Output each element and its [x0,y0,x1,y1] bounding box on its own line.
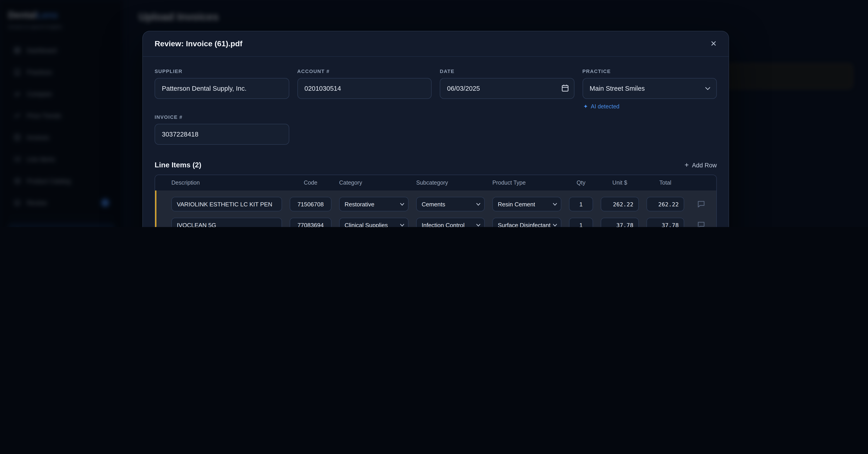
chevron-down-icon [400,223,404,226]
category-value: Restorative [345,201,374,208]
column-qty: Qty [569,180,593,186]
qty-input[interactable] [569,218,593,227]
subcategory-select[interactable]: Cements [416,197,485,211]
practice-value: Main Street Smiles [590,85,645,92]
review-invoice-modal: Review: Invoice (61).pdf ✕ SUPPLIER ACCO… [142,31,729,227]
invoice-number-input[interactable] [155,124,289,145]
total-input[interactable] [647,197,684,211]
product-type-value: Resin Cement [498,201,535,208]
account-label: ACCOUNT # [297,68,432,74]
unit-price-input[interactable] [601,197,639,211]
product-type-select[interactable]: Surface Disinfectant [492,218,561,227]
line-items-table: Description Code Category Subcategory Pr… [155,175,717,227]
line-items-title: Line Items (2) [155,161,201,169]
category-select[interactable]: Restorative [339,197,408,211]
comment-icon[interactable] [692,201,710,208]
column-code: Code [290,180,332,186]
supplier-label: SUPPLIER [155,68,289,74]
column-total: Total [647,180,684,186]
date-label: DATE [440,68,574,74]
column-category: Category [339,180,408,186]
invoice-number-field: INVOICE # [155,114,289,145]
invoice-fields-row: SUPPLIER ACCOUNT # DATE PRACTICE [155,68,717,99]
category-value: Clinical Supplies [345,221,388,227]
line-item-row: Restorative Cements Resin Cement [156,194,716,214]
calendar-icon[interactable] [561,84,568,92]
close-icon[interactable]: ✕ [710,39,717,49]
supplier-input[interactable] [155,78,289,99]
unit-price-input[interactable] [601,218,639,227]
subcategory-value: Cements [422,201,445,208]
account-input[interactable] [297,78,432,99]
chevron-down-icon [553,223,557,226]
modal-title: Review: Invoice (61).pdf [155,39,242,48]
add-row-label: Add Row [692,162,717,169]
modal-header: Review: Invoice (61).pdf ✕ [143,31,728,57]
add-row-button[interactable]: + Add Row [685,161,717,169]
category-select[interactable]: Clinical Supplies [339,218,408,227]
chevron-down-icon [476,223,480,226]
column-product-type: Product Type [492,180,561,186]
supplier-field: SUPPLIER [155,68,289,99]
plus-icon: + [685,161,689,169]
comment-icon[interactable] [692,221,710,227]
highlighted-rows-group: Restorative Cements Resin Cement Clinica… [155,190,716,227]
line-items-header: Line Items (2) + Add Row [155,161,717,169]
date-input[interactable] [440,78,574,99]
product-type-select[interactable]: Resin Cement [492,197,561,211]
practice-label: PRACTICE [582,68,717,74]
description-input[interactable] [172,197,282,211]
ai-detected-text: AI detected [591,103,620,110]
date-field: DATE [440,68,574,99]
subcategory-select[interactable]: Infection Control [416,218,485,227]
column-unit-price: Unit $ [601,180,639,186]
chevron-down-icon [400,203,404,206]
qty-input[interactable] [569,197,593,211]
chevron-down-icon [553,203,557,206]
description-input[interactable] [172,218,282,227]
total-input[interactable] [647,218,684,227]
practice-field: PRACTICE Main Street Smiles ✦ AI detecte… [582,68,717,99]
line-item-row: Clinical Supplies Infection Control Surf… [156,214,716,227]
chevron-down-icon [705,87,710,90]
account-field: ACCOUNT # [297,68,432,99]
chevron-down-icon [476,203,480,206]
ai-detected-helper: ✦ AI detected [583,103,619,110]
practice-select[interactable]: Main Street Smiles [582,78,717,99]
product-type-value: Surface Disinfectant [498,221,551,227]
table-header-row: Description Code Category Subcategory Pr… [155,175,716,190]
invoice-number-label: INVOICE # [155,114,289,120]
sparkle-icon: ✦ [583,103,588,110]
code-input[interactable] [290,218,332,227]
app-window: DentalLens Invoice & spend insights Dash… [0,0,868,227]
code-input[interactable] [290,197,332,211]
column-description: Description [172,180,282,186]
column-subcategory: Subcategory [416,180,485,186]
subcategory-value: Infection Control [422,221,464,227]
